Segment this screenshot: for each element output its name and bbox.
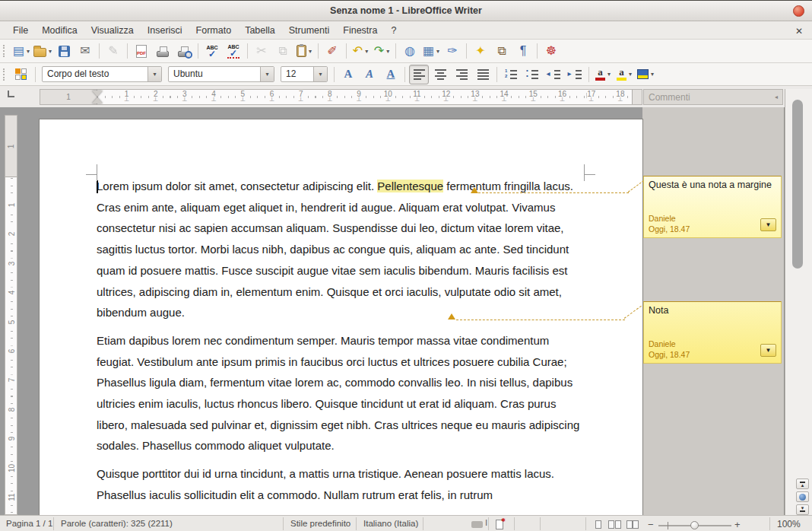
next-page-button[interactable]: ▼ (796, 504, 809, 515)
zoom-level-status[interactable]: 100% (777, 519, 801, 529)
toolbar-separator (334, 67, 335, 82)
font-color-button[interactable]: a ▾ (593, 65, 613, 84)
font-size-combo[interactable]: 12 ▾ (281, 66, 328, 82)
hyperlink-button[interactable]: ◍ (400, 41, 420, 61)
menu-file[interactable]: File (6, 23, 35, 38)
chevron-down-icon[interactable]: ▾ (365, 48, 368, 55)
chevron-down-icon[interactable]: ▾ (260, 67, 274, 81)
toolbar-drag-handle[interactable] (3, 45, 8, 57)
navigator-button[interactable]: ✦ (471, 41, 490, 61)
print-preview-button[interactable] (174, 41, 194, 61)
increase-indent-button[interactable] (565, 65, 585, 84)
menu-visualizza[interactable]: Visualizza (84, 23, 141, 38)
first-line-indent-marker[interactable] (92, 91, 103, 97)
comment-menu-button[interactable]: ▼ (760, 218, 776, 231)
paragraph-style-combo[interactable]: Corpo del testo ▾ (42, 66, 162, 82)
chevron-down-icon[interactable]: ▾ (629, 71, 632, 78)
book-view-button[interactable] (626, 520, 639, 530)
tab-type-selector-icon[interactable] (8, 91, 14, 97)
chevron-down-icon[interactable]: ▾ (309, 48, 312, 55)
unsaved-changes-icon[interactable] (496, 520, 503, 529)
highlight-color-button[interactable]: a ▾ (614, 65, 634, 84)
previous-page-button[interactable]: ▲ (796, 479, 809, 489)
horizontal-ruler[interactable]: 1 123456789101112131415161718 (40, 89, 642, 105)
auto-spellcheck-icon: ABC✓ (227, 44, 239, 59)
chevron-down-icon[interactable]: ▾ (27, 48, 30, 55)
chevron-down-icon[interactable]: ▾ (386, 48, 389, 55)
auto-spellcheck-button[interactable]: ABC✓ (224, 41, 243, 61)
underline-button[interactable]: A (381, 65, 401, 84)
document-page[interactable]: Lorem ipsum dolor sit amet, consectetur … (40, 119, 642, 515)
chevron-down-icon[interactable]: ▾ (607, 71, 611, 78)
margin-comment-1[interactable]: Questa è una nota a margine Daniele Oggi… (643, 176, 782, 238)
print-button[interactable] (153, 41, 173, 61)
font-name-combo[interactable]: Ubuntu ▾ (168, 66, 274, 82)
document-close-icon[interactable]: ✕ (792, 24, 806, 38)
comments-ruler-button[interactable]: Commenti ◂ (643, 89, 783, 105)
paragraph-background-button[interactable]: ▾ (636, 65, 655, 84)
draw-functions-button[interactable]: ✑ (442, 41, 462, 61)
help-button[interactable]: ☸ (541, 41, 561, 61)
chevron-down-icon[interactable]: ▾ (147, 67, 161, 81)
vertical-scrollbar[interactable]: ▲ ▼ (785, 89, 812, 515)
margin-comment-2[interactable]: Nota Daniele Oggi, 18.47 ▼ (643, 301, 782, 364)
menu-strumenti[interactable]: Strumenti (282, 23, 337, 38)
multi-page-view-button[interactable] (608, 520, 622, 530)
chevron-down-icon[interactable]: ▾ (651, 71, 654, 78)
language-status[interactable]: Italiano (Italia) (363, 519, 418, 528)
bullet-list-button[interactable] (522, 65, 542, 84)
styles-window-button[interactable] (11, 65, 31, 84)
spelling-button[interactable]: ABC✓ (202, 41, 222, 61)
window-close-button[interactable] (793, 5, 804, 17)
italic-button[interactable]: A (360, 65, 379, 84)
toolbar-drag-handle[interactable] (3, 68, 8, 81)
undo-button[interactable]: ↶▾ (350, 41, 370, 61)
zoom-slider-thumb[interactable] (690, 521, 699, 529)
navigation-button[interactable] (796, 491, 809, 502)
clone-formatting-button[interactable]: ✐ (322, 41, 342, 61)
menu-modifica[interactable]: Modifica (35, 23, 84, 38)
gallery-button[interactable]: ⧉ (492, 41, 512, 61)
chevron-down-icon[interactable]: ▾ (313, 67, 327, 81)
open-button[interactable]: ▾ (33, 41, 52, 61)
align-justify-button[interactable] (473, 65, 493, 84)
menu-formato[interactable]: Formato (189, 23, 239, 38)
save-button[interactable] (54, 41, 74, 61)
word-count-status[interactable]: Parole (caratteri): 325 (2211) (61, 519, 173, 528)
email-button[interactable]: ✉ (75, 41, 95, 61)
paragraph-style-value: Corpo del testo (43, 67, 147, 81)
paste-button[interactable]: ▾ (294, 41, 314, 61)
export-pdf-button[interactable]: PDF (132, 41, 151, 61)
text-boundary-mark (86, 174, 97, 175)
new-document-button[interactable]: ▤▾ (11, 41, 31, 61)
menu-finestra[interactable]: Finestra (336, 23, 384, 38)
align-right-button[interactable] (452, 65, 471, 84)
align-left-button[interactable] (409, 65, 429, 84)
comment-text: Nota (644, 302, 781, 319)
redo-button[interactable]: ↷▾ (372, 41, 392, 61)
text-cursor (97, 180, 98, 193)
clipboard-icon (297, 45, 306, 57)
menu-inserisci[interactable]: Inserisci (141, 23, 189, 38)
numbered-list-button[interactable] (501, 65, 521, 84)
chevron-down-icon[interactable]: ▾ (436, 48, 439, 55)
comment-menu-button[interactable]: ▼ (760, 344, 776, 357)
page-number-status[interactable]: Pagina 1 / 1 (6, 519, 52, 528)
insert-table-button[interactable]: ▦▾ (421, 41, 441, 61)
menu-tabella[interactable]: Tabella (238, 23, 282, 38)
zoom-in-button[interactable]: + (734, 519, 741, 530)
single-page-view-button[interactable] (595, 520, 602, 530)
formatting-marks-button[interactable]: ¶ (513, 41, 533, 61)
vertical-ruler[interactable]: 1 1234567891011 (5, 115, 17, 515)
pilcrow-icon: ¶ (520, 45, 527, 57)
insert-mode-icon[interactable] (471, 521, 483, 528)
left-indent-marker[interactable] (92, 97, 103, 103)
align-center-button[interactable] (430, 65, 450, 84)
scrollbar-thumb[interactable] (792, 100, 803, 269)
menu-aiuto[interactable]: ? (384, 23, 403, 38)
bold-button[interactable]: A (338, 65, 358, 84)
page-style-status[interactable]: Stile predefinito (290, 519, 350, 528)
decrease-indent-button[interactable] (544, 65, 563, 84)
zoom-out-button[interactable]: − (648, 519, 654, 530)
chevron-down-icon[interactable]: ▾ (49, 48, 52, 55)
